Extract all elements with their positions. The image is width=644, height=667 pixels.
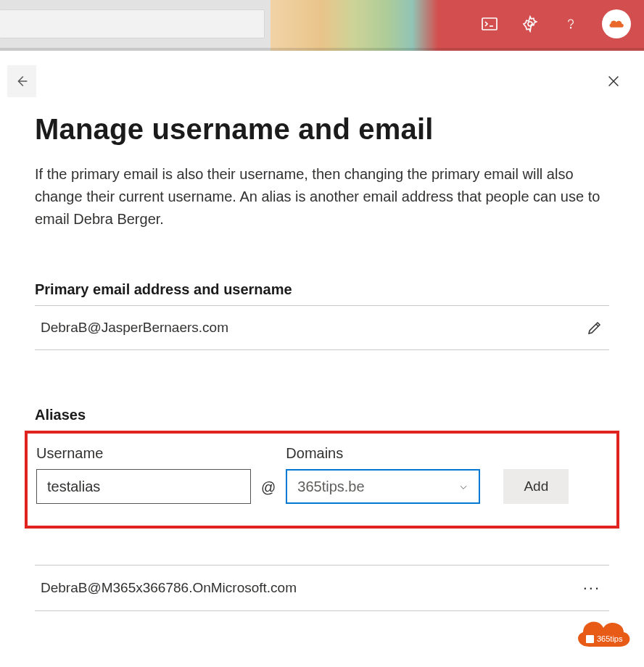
username-input[interactable] <box>36 469 251 504</box>
add-button[interactable]: Add <box>503 469 569 504</box>
back-button[interactable] <box>7 65 36 97</box>
edit-button[interactable] <box>586 319 603 336</box>
domain-field-group: Domains 365tips.be <box>286 445 480 504</box>
primary-email-value: DebraB@JasperBernaers.com <box>41 320 228 336</box>
page-description: If the primary email is also their usern… <box>35 163 608 231</box>
at-symbol: @ <box>261 479 276 504</box>
alias-row: DebraB@M365x366786.OnMicrosoft.com ··· <box>35 565 609 611</box>
arrow-left-icon <box>14 73 30 89</box>
aliases-heading: Aliases <box>35 407 609 423</box>
gear-icon[interactable] <box>521 14 540 33</box>
svg-point-2 <box>570 28 571 28</box>
panel: Manage username and email If the primary… <box>0 51 644 611</box>
cloud-logo-icon <box>608 17 625 30</box>
close-icon <box>606 73 622 89</box>
pencil-icon <box>586 319 603 336</box>
topbar-actions <box>480 9 644 38</box>
svg-rect-3 <box>586 635 594 643</box>
nav-row <box>35 51 609 104</box>
add-alias-form: Username @ Domains 365tips.be Add <box>25 431 619 529</box>
avatar[interactable] <box>602 9 631 38</box>
search-input[interactable] <box>0 9 265 38</box>
svg-rect-0 <box>482 18 497 30</box>
domain-select[interactable]: 365tips.be <box>286 469 480 504</box>
username-field-group: Username <box>36 445 251 504</box>
primary-heading: Primary email address and username <box>35 281 609 298</box>
domains-label: Domains <box>286 445 480 462</box>
more-actions-button[interactable]: ··· <box>580 579 603 597</box>
brand-badge: 365tips <box>573 615 631 654</box>
shell-console-icon[interactable] <box>480 14 499 33</box>
username-label: Username <box>36 445 251 462</box>
close-button[interactable] <box>603 71 624 91</box>
badge-text: 365tips <box>597 634 623 643</box>
topbar <box>0 0 644 51</box>
domain-selected-value: 365tips.be <box>297 478 364 495</box>
alias-value: DebraB@M365x366786.OnMicrosoft.com <box>41 580 297 596</box>
help-icon[interactable] <box>561 14 580 33</box>
page-title: Manage username and email <box>35 113 609 146</box>
chevron-down-icon <box>458 482 468 492</box>
primary-email-row: DebraB@JasperBernaers.com <box>35 305 609 350</box>
